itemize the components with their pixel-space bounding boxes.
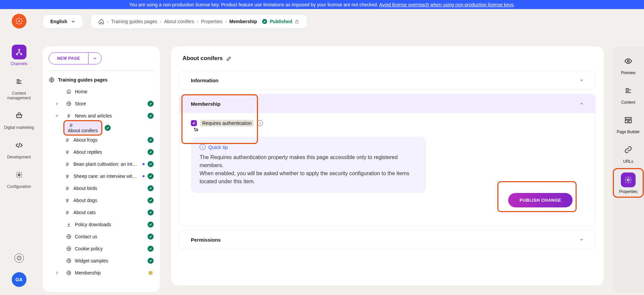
tab-urls[interactable]: URLs [614,140,642,166]
tree-expander[interactable] [55,101,63,106]
crumb-properties[interactable]: Properties [201,19,222,24]
tree-item[interactable]: Bean plant cultivation: an interview [49,158,154,170]
nav-development[interactable]: Development [0,135,38,161]
content-icon [621,83,636,98]
quick-tip: i Quick tip The Requires authentication … [191,137,426,193]
nav-channels[interactable]: Channels [0,42,38,68]
page-title: About conifers [182,55,223,62]
chevron-down-icon [71,19,75,24]
banner-link[interactable]: Avoid license overreach when using non-p… [379,2,514,7]
language-selector[interactable]: English [43,14,83,29]
doc-icon [64,137,71,143]
tree-item[interactable]: Contact us [49,231,154,243]
status-icon [147,270,154,276]
new-page-button[interactable]: NEW PAGE [49,52,102,64]
status-icon [147,246,154,252]
user-avatar[interactable]: GA [12,272,26,287]
svg-point-2 [18,23,19,24]
tree-item[interactable]: About dogs [49,194,154,206]
nav-configuration[interactable]: Configuration [0,165,38,191]
tree-item[interactable]: Sheep care: an interview with a farmer [49,170,154,182]
tab-content[interactable]: Content [614,81,642,107]
nav-digital-marketing[interactable]: Digital marketing [0,106,38,132]
svg-point-12 [18,174,20,176]
content-panel: About conifers Information Membership Re… [171,46,604,286]
tree-expander[interactable] [55,271,63,275]
help-button[interactable] [14,253,24,263]
digital-marketing-icon [12,108,26,123]
tree-item[interactable]: Widget samples [49,255,154,267]
download-icon [65,222,72,227]
tree-item[interactable]: About frogs [49,134,154,146]
info-icon: i [200,144,206,150]
svg-rect-24 [150,272,151,274]
status-icon [147,234,154,240]
doc-icon [68,122,74,128]
tree-expander[interactable] [55,113,63,118]
site-icon [49,77,55,83]
banner-text: You are using a non-production license k… [129,2,379,7]
tree-item[interactable]: About reptiles [49,146,154,158]
status-icon [147,101,154,107]
svg-point-1 [18,18,19,19]
global-sidebar: Channels Content management Digital mark… [0,9,38,295]
tree-item[interactable]: Home [49,86,154,98]
tree-item[interactable]: Membership [49,267,154,279]
tree-item[interactable]: About conifers [49,122,154,134]
chevron-up-icon [579,101,584,106]
topbar: English › Training guides pages › About … [38,9,644,34]
tree-item[interactable]: About birds [49,182,154,194]
page-tree-panel: NEW PAGE Training guides pages HomeStore… [43,46,160,292]
doc-icon [64,149,71,155]
doc-icon [64,186,71,191]
info-icon[interactable]: i [257,120,263,126]
svg-point-14 [19,259,19,259]
status-icon [147,222,154,228]
doc-icon [64,161,71,167]
tab-preview[interactable]: Preview [614,51,642,77]
new-page-dropdown[interactable] [88,53,101,64]
svg-point-5 [16,18,17,19]
breadcrumb: › Training guides pages › About conifers… [91,14,308,29]
eye-icon [621,54,636,68]
content-mgmt-icon [12,74,26,89]
svg-rect-28 [629,120,631,123]
globe-icon [65,270,72,276]
tree-item-selected: About conifers [64,121,102,135]
section-permissions[interactable]: Permissions [179,230,595,249]
right-sidebar: Preview Content Page Builder URLs Proper… [612,46,644,292]
tree-root[interactable]: Training guides pages [49,76,154,84]
section-membership[interactable]: Membership [179,94,595,113]
svg-point-10 [20,54,22,55]
tab-properties[interactable]: Properties [614,170,642,196]
nav-content-management[interactable]: Content management [0,71,38,102]
crumb-page[interactable]: About conifers [164,19,194,24]
globe-icon [65,234,72,239]
svg-point-9 [16,54,17,55]
tree-item[interactable]: Cookie policy [49,243,154,255]
crumb-root[interactable]: Training guides pages [111,19,157,24]
svg-rect-26 [625,117,631,119]
tab-page-builder[interactable]: Page Builder [614,110,642,136]
requires-auth-checkbox[interactable] [191,120,197,126]
edit-title-button[interactable] [226,55,232,61]
svg-point-6 [20,18,21,19]
globe-icon [65,258,72,263]
tree-item[interactable]: Store [49,98,154,110]
doc-icon [64,174,71,179]
svg-point-11 [18,49,20,51]
home-icon[interactable] [98,18,104,24]
app-logo[interactable] [12,14,26,29]
status-icon [147,185,154,191]
status-icon [147,113,154,119]
lock-icon [294,19,300,24]
doc-icon [64,198,71,203]
publish-change-button[interactable]: PUBLISH CHANGE [508,193,573,207]
status-icon [147,173,154,179]
tree-item[interactable]: News and articles [49,110,154,122]
tree-item[interactable]: About cats [49,206,154,218]
section-information[interactable]: Information [179,71,595,90]
tree-item[interactable]: Policy downloads [49,218,154,231]
svg-point-0 [18,20,19,22]
builder-icon [621,113,636,128]
